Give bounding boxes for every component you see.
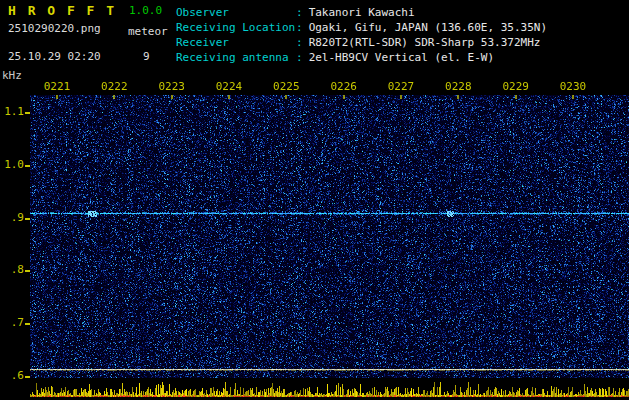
x-axis-label: 0228 <box>445 81 472 92</box>
x-axis-tick <box>171 95 173 99</box>
x-axis-tick <box>572 95 574 99</box>
info-label: Receiving Location <box>176 20 296 35</box>
info-row: Observer:Takanori Kawachi <box>176 5 547 20</box>
y-axis-label: .9 <box>0 212 24 223</box>
info-colon: : <box>296 21 303 34</box>
info-row: Receiver:R820T2(RTL-SDR) SDR-Sharp 53.37… <box>176 35 547 50</box>
x-axis-label: 0223 <box>158 81 185 92</box>
output-filename: 2510290220.png <box>8 23 101 34</box>
x-axis-label: 0230 <box>560 81 587 92</box>
y-axis-unit: kHz <box>2 70 22 81</box>
info-value: Ogaki, Gifu, JAPAN (136.60E, 35.35N) <box>303 21 547 34</box>
y-axis-tick <box>25 218 30 220</box>
app-title: H R O F F T <box>8 4 116 17</box>
signal-level-canvas <box>30 381 629 397</box>
x-axis-tick <box>228 95 230 99</box>
info-label: Receiver <box>176 35 296 50</box>
info-value: 2el-HB9CV Vertical (el. E-W) <box>303 51 494 64</box>
x-axis-label: 0225 <box>273 81 300 92</box>
x-axis-label: 0229 <box>502 81 529 92</box>
info-row: Receiving Location:Ogaki, Gifu, JAPAN (1… <box>176 20 547 35</box>
x-axis-tick <box>56 95 58 99</box>
info-value: R820T2(RTL-SDR) SDR-Sharp 53.372MHz <box>303 36 541 49</box>
info-colon: : <box>296 6 303 19</box>
header-info: Observer:Takanori KawachiReceiving Locat… <box>176 5 547 65</box>
app-version: 1.0.0 <box>129 5 162 16</box>
x-axis-label: 0227 <box>388 81 415 92</box>
mode-label: meteor <box>128 26 168 37</box>
y-axis-tick <box>25 323 30 325</box>
meteor-count: 9 <box>143 51 150 62</box>
x-axis-label: 0222 <box>101 81 128 92</box>
info-value: Takanori Kawachi <box>303 6 415 19</box>
hrofft-output: H R O F F T 1.0.0 2510290220.png meteor … <box>0 0 629 400</box>
y-axis-label: .8 <box>0 264 24 275</box>
x-axis-tick <box>457 95 459 99</box>
x-axis-label: 0221 <box>44 81 71 92</box>
y-axis-label: 1.0 <box>0 159 24 170</box>
y-axis-tick <box>25 112 30 114</box>
info-label: Receiving antenna <box>176 50 296 65</box>
x-axis-label: 0224 <box>216 81 243 92</box>
x-axis-tick <box>515 95 517 99</box>
info-label: Observer <box>176 5 296 20</box>
y-axis-tick <box>25 376 30 378</box>
y-axis-label: 1.1 <box>0 106 24 117</box>
spectrogram-canvas <box>30 95 629 378</box>
timestamp: 25.10.29 02:20 <box>8 51 101 62</box>
x-axis-label: 0226 <box>330 81 357 92</box>
x-axis-tick <box>113 95 115 99</box>
y-axis-label: .7 <box>0 317 24 328</box>
x-axis-tick <box>285 95 287 99</box>
x-axis-tick <box>343 95 345 99</box>
y-axis-tick <box>25 165 30 167</box>
y-axis-label: .6 <box>0 370 24 381</box>
info-row: Receiving antenna:2el-HB9CV Vertical (el… <box>176 50 547 65</box>
y-axis-tick <box>25 270 30 272</box>
x-axis-tick <box>400 95 402 99</box>
info-colon: : <box>296 36 303 49</box>
info-colon: : <box>296 51 303 64</box>
